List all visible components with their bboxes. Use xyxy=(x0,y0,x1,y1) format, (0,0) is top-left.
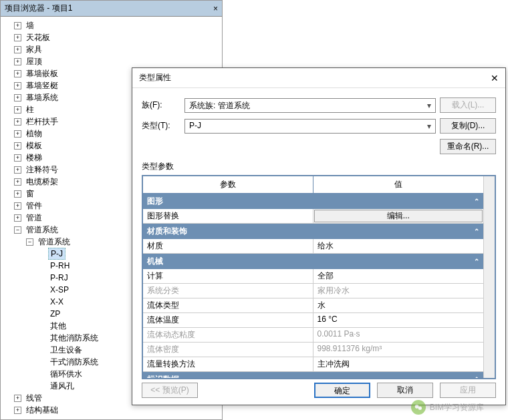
plus-icon[interactable]: + xyxy=(14,154,21,162)
tree-item-label: 墙 xyxy=(24,19,36,32)
wechat-icon xyxy=(411,400,426,415)
tree-item[interactable]: +屋顶 xyxy=(1,55,222,67)
tree-item-label: 管道系统 xyxy=(36,236,72,248)
plus-icon[interactable]: + xyxy=(14,142,21,150)
svg-point-0 xyxy=(414,405,418,409)
param-group-header[interactable]: 标识数据⌃ xyxy=(143,372,483,378)
plus-icon[interactable]: + xyxy=(14,214,21,222)
plus-icon[interactable]: + xyxy=(14,106,21,114)
svg-point-1 xyxy=(418,407,421,410)
param-group-header[interactable]: 机械⌃ xyxy=(143,254,483,269)
family-label: 族(F): xyxy=(142,99,180,111)
param-group-header[interactable]: 图形⌃ xyxy=(143,194,483,209)
tree-item-label: 线管 xyxy=(24,392,44,405)
plus-icon[interactable]: + xyxy=(14,190,21,198)
ok-button[interactable]: 确定 xyxy=(314,383,370,398)
plus-icon[interactable]: + xyxy=(14,407,21,414)
collapse-icon[interactable]: ⌃ xyxy=(474,258,479,265)
type-select[interactable]: P-J xyxy=(184,119,436,134)
plus-icon[interactable]: + xyxy=(14,46,21,53)
plus-icon[interactable]: + xyxy=(14,130,21,138)
tree-item[interactable]: +家具 xyxy=(1,43,222,55)
tree-item-label: 植物 xyxy=(24,128,44,140)
plus-icon[interactable]: + xyxy=(14,166,21,174)
watermark: BIM学习资源库 xyxy=(411,400,484,415)
tree-item[interactable]: +天花板 xyxy=(1,31,222,43)
plus-icon[interactable]: + xyxy=(14,202,21,210)
dialog-titlebar: 类型属性 ✕ xyxy=(132,68,505,88)
collapse-icon[interactable]: ⌃ xyxy=(474,198,479,205)
param-row[interactable]: 流体动态粘度0.0011 Pa·s xyxy=(143,328,483,343)
plus-icon[interactable]: + xyxy=(14,70,21,77)
scrollbar[interactable] xyxy=(483,176,495,378)
load-button: 载入(L)... xyxy=(440,97,496,113)
tree-item[interactable]: +结构基础 xyxy=(1,404,222,416)
param-row[interactable]: 系统分类家用冷水 xyxy=(143,284,483,298)
col-header-param: 参数 xyxy=(143,176,313,193)
plus-icon[interactable]: + xyxy=(14,34,21,41)
close-icon[interactable]: × xyxy=(213,4,218,13)
tree-item-label: 管道 xyxy=(24,212,44,224)
browser-titlebar: 项目浏览器 - 项目1 × xyxy=(1,1,222,17)
param-row[interactable]: 流量转换方法主冲洗阀 xyxy=(143,357,483,372)
plus-icon[interactable]: + xyxy=(14,94,21,101)
tree-item-label: 干式消防系统 xyxy=(48,356,100,369)
tree-item-label: P-RH xyxy=(48,260,72,271)
copy-button[interactable]: 复制(D)... xyxy=(440,118,496,134)
tree-item-label: 电缆桥架 xyxy=(24,176,60,188)
tree-item-label: 循环供水 xyxy=(48,368,84,381)
tree-item-label: 其他 xyxy=(48,320,68,333)
plus-icon[interactable]: + xyxy=(14,58,21,65)
type-params-label: 类型参数 xyxy=(142,161,496,172)
close-icon[interactable]: ✕ xyxy=(491,73,499,83)
param-table: 参数 值 图形⌃图形替换编辑...材质和装饰⌃材质给水机械⌃计算全部系统分类家用… xyxy=(142,175,496,379)
tree-item-label: 模板 xyxy=(24,140,44,152)
tree-item-label: X-SP xyxy=(48,284,71,295)
tree-item-label: 注释符号 xyxy=(24,164,60,176)
tree-item-label: ZP xyxy=(48,308,62,319)
plus-icon[interactable]: + xyxy=(14,178,21,186)
tree-item-label: 结构基础 xyxy=(24,404,60,417)
apply-button: 应用 xyxy=(440,383,496,398)
param-row[interactable]: 流体密度998.911376 kg/m³ xyxy=(143,343,483,357)
tree-item-label: 管道系统 xyxy=(24,224,60,236)
rename-button[interactable]: 重命名(R)... xyxy=(440,139,496,154)
tree-item-label: 管件 xyxy=(24,200,44,212)
edit-button[interactable]: 编辑... xyxy=(314,210,483,222)
tree-item[interactable]: +墙 xyxy=(1,19,222,31)
minus-icon[interactable]: − xyxy=(14,226,21,234)
tree-item-label: 卫生设备 xyxy=(48,344,84,357)
tree-item-label: P-RJ xyxy=(48,272,70,283)
param-row[interactable]: 流体类型水 xyxy=(143,298,483,313)
tree-item-label: 家具 xyxy=(24,43,44,56)
cancel-button[interactable]: 取消 xyxy=(377,383,433,398)
param-row[interactable]: 流体温度16 °C xyxy=(143,313,483,328)
tree-item-label: 幕墙嵌板 xyxy=(24,67,60,80)
collapse-icon[interactable]: ⌃ xyxy=(474,376,479,378)
collapse-icon[interactable]: ⌃ xyxy=(474,228,479,235)
col-header-value: 值 xyxy=(313,176,483,193)
tree-item-label: 幕墙竖梃 xyxy=(24,79,60,92)
plus-icon[interactable]: + xyxy=(14,395,21,402)
param-row[interactable]: 图形替换编辑... xyxy=(143,209,483,224)
tree-item-label: P-J xyxy=(48,248,66,260)
param-row[interactable]: 计算全部 xyxy=(143,269,483,284)
tree-item-label: 天花板 xyxy=(24,31,52,44)
browser-title-text: 项目浏览器 - 项目1 xyxy=(5,3,72,14)
param-row[interactable]: 材质给水 xyxy=(143,239,483,254)
tree-item-label: 柱 xyxy=(24,103,36,116)
minus-icon[interactable]: − xyxy=(26,238,33,246)
plus-icon[interactable]: + xyxy=(14,118,21,126)
tree-item-label: 楼梯 xyxy=(24,152,44,164)
tree-item-label: 窗 xyxy=(24,188,36,200)
tree-item-label: X-X xyxy=(48,296,66,307)
param-group-header[interactable]: 材质和装饰⌃ xyxy=(143,224,483,239)
tree-item-label: 栏杆扶手 xyxy=(24,116,60,128)
plus-icon[interactable]: + xyxy=(14,22,21,29)
tree-item-label: 幕墙系统 xyxy=(24,91,60,104)
family-select[interactable]: 系统族: 管道系统 xyxy=(184,98,436,113)
tree-item-label: 屋顶 xyxy=(24,55,44,68)
preview-button: << 预览(P) xyxy=(142,383,198,398)
plus-icon[interactable]: + xyxy=(14,82,21,89)
tree-item-label: 通风孔 xyxy=(48,380,76,393)
